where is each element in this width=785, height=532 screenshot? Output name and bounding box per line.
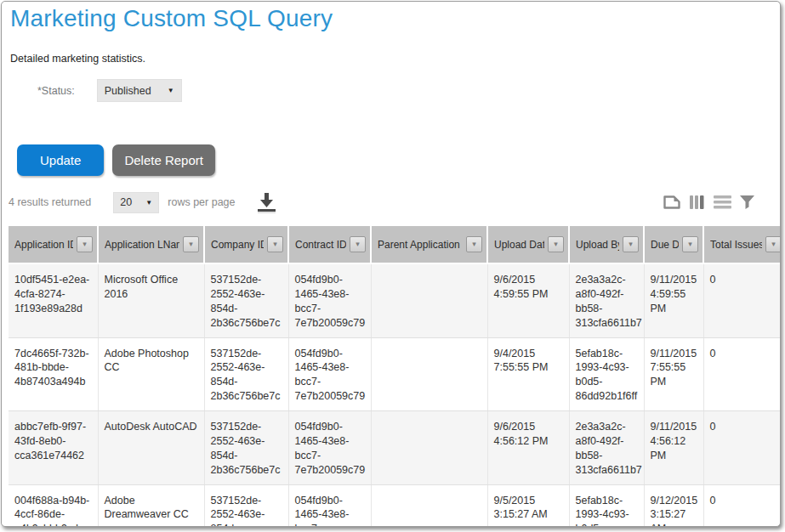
status-row: *Status: Published ▼ bbox=[37, 79, 780, 102]
cell-parent-application-id bbox=[371, 484, 487, 527]
column-header-company-id[interactable]: Company ID▾ bbox=[204, 226, 288, 263]
columns-icon[interactable] bbox=[690, 195, 705, 210]
grid-view-icons bbox=[663, 195, 754, 210]
results-count: 4 results returned bbox=[9, 196, 91, 208]
cell-application-id: 7dc4665f-732b-481b-bbde-4b87403a494b bbox=[9, 337, 98, 411]
table-row: abbc7efb-9f97-43fd-8eb0-cca361e74462 Aut… bbox=[9, 411, 781, 485]
page-title: Marketing Custom SQL Query bbox=[10, 5, 780, 32]
chevron-down-icon: ▾ bbox=[189, 240, 193, 248]
cell-application-id: 004f688a-b94b-4ccf-86de-e4b9cbbb9cde bbox=[9, 484, 98, 527]
chevron-down-icon: ▾ bbox=[688, 240, 692, 248]
cell-application-id: abbc7efb-9f97-43fd-8eb0-cca361e74462 bbox=[9, 411, 98, 485]
column-menu-button[interactable]: ▾ bbox=[183, 236, 199, 252]
table-row: 7dc4665f-732b-481b-bbde-4b87403a494b Ado… bbox=[9, 337, 781, 411]
cell-total-issues: 0 bbox=[703, 263, 781, 337]
cell-upload-date: 9/5/2015 3:15:27 AM bbox=[487, 484, 569, 527]
cell-upload-date: 9/4/2015 7:55:55 PM bbox=[487, 337, 569, 411]
header-row: Application ID▾ Application LName▾ Compa… bbox=[9, 226, 781, 263]
column-header-application-lname[interactable]: Application LName▾ bbox=[98, 226, 204, 263]
column-menu-button[interactable]: ▾ bbox=[765, 236, 781, 252]
cell-total-issues: 0 bbox=[703, 337, 781, 411]
chevron-down-icon: ▾ bbox=[273, 240, 277, 248]
cell-parent-application-id bbox=[371, 411, 487, 485]
cell-upload-date: 9/6/2015 4:59:55 PM bbox=[487, 263, 569, 337]
cell-application-lname: Microsoft Office 2016 bbox=[98, 263, 204, 337]
cell-due-date: 9/11/2015 7:55:55 PM bbox=[644, 337, 703, 411]
cell-company-id: 537152de-2552-463e-854d-2b36c756be7c bbox=[204, 337, 288, 411]
column-header-contract-id[interactable]: Contract ID▾ bbox=[288, 226, 371, 263]
report-window: Marketing Custom SQL Query Detailed mark… bbox=[1, 1, 781, 527]
cell-due-date: 9/11/2015 4:56:12 PM bbox=[644, 411, 703, 485]
cell-upload-by: 5efab18c-1993-4c93-b0d5-86dd92b1f6ff bbox=[569, 484, 644, 527]
column-menu-button[interactable]: ▾ bbox=[548, 236, 564, 252]
status-label: *Status: bbox=[37, 85, 75, 97]
chevron-down-icon: ▾ bbox=[472, 240, 476, 248]
chevron-down-icon: ▾ bbox=[82, 240, 87, 248]
cell-contract-id: 054fd9b0-1465-43e8-bcc7-7e7b20059c79 bbox=[288, 484, 371, 527]
cell-application-id: 10df5451-e2ea-4cfa-8274-1f193e89a28d bbox=[9, 263, 98, 337]
cell-due-date: 9/12/2015 3:15:27 AM bbox=[644, 484, 703, 527]
table-row: 10df5451-e2ea-4cfa-8274-1f193e89a28d Mic… bbox=[9, 263, 781, 337]
column-header-total-issues[interactable]: Total Issues▾ bbox=[703, 226, 781, 263]
page-size-value: 20 bbox=[120, 196, 132, 208]
cell-total-issues: 0 bbox=[703, 411, 781, 485]
table-row: 004f688a-b94b-4ccf-86de-e4b9cbbb9cde Ado… bbox=[9, 484, 781, 527]
page-subtitle: Detailed marketing statistics. bbox=[10, 53, 780, 65]
cell-application-lname: Adobe Dreamweaver CC bbox=[98, 484, 204, 527]
page-export-icon[interactable] bbox=[663, 195, 681, 210]
cell-upload-by: 2e3a3a2c-a8f0-492f-bb58-313cfa6611b7 bbox=[569, 263, 644, 337]
cell-due-date: 9/11/2015 4:59:55 PM bbox=[644, 263, 703, 337]
column-menu-button[interactable]: ▾ bbox=[267, 236, 283, 252]
column-menu-button[interactable]: ▾ bbox=[77, 236, 93, 252]
column-menu-button[interactable]: ▾ bbox=[682, 236, 698, 252]
cell-parent-application-id bbox=[371, 263, 487, 337]
cell-upload-by: 2e3a3a2c-a8f0-492f-bb58-313cfa6611b7 bbox=[569, 411, 644, 485]
column-header-due-date[interactable]: Due Date▾ bbox=[644, 226, 703, 263]
action-buttons: Update Delete Report bbox=[17, 144, 780, 176]
cell-upload-date: 9/6/2015 4:56:12 PM bbox=[487, 411, 569, 485]
cell-application-lname: AutoDesk AutoCAD bbox=[98, 411, 204, 485]
cell-company-id: 537152de-2552-463e-854d-2b36c756be7c bbox=[204, 411, 288, 485]
chevron-down-icon: ▾ bbox=[771, 240, 776, 248]
column-header-upload-date[interactable]: Upload Date▾ bbox=[487, 226, 569, 263]
column-menu-button[interactable]: ▾ bbox=[466, 236, 482, 252]
update-button[interactable]: Update bbox=[17, 144, 104, 176]
column-menu-button[interactable]: ▾ bbox=[623, 236, 639, 252]
delete-report-button[interactable]: Delete Report bbox=[112, 144, 215, 176]
status-select[interactable]: Published ▼ bbox=[97, 79, 182, 102]
filter-icon[interactable] bbox=[740, 195, 754, 209]
chevron-down-icon: ▾ bbox=[554, 240, 558, 248]
cell-total-issues: 0 bbox=[703, 484, 781, 527]
cell-contract-id: 054fd9b0-1465-43e8-bcc7-7e7b20059c79 bbox=[288, 263, 371, 337]
column-header-parent-application-id[interactable]: Parent Application ID▾ bbox=[371, 226, 487, 263]
column-header-application-id[interactable]: Application ID▾ bbox=[9, 226, 98, 263]
status-select-value: Published bbox=[105, 85, 151, 97]
rows-icon[interactable] bbox=[714, 195, 731, 209]
cell-parent-application-id bbox=[371, 337, 487, 411]
rows-per-page-label: rows per page bbox=[168, 196, 235, 208]
chevron-down-icon: ▼ bbox=[145, 199, 152, 207]
chevron-down-icon: ▾ bbox=[629, 240, 633, 248]
cell-company-id: 537152de-2552-463e-854d-2b36c756be7c bbox=[204, 263, 288, 337]
cell-contract-id: 054fd9b0-1465-43e8-bcc7-7e7b20059c79 bbox=[288, 337, 371, 411]
cell-contract-id: 054fd9b0-1465-43e8-bcc7-7e7b20059c79 bbox=[288, 411, 371, 485]
grid-toolbar: 4 results returned 20 ▼ rows per page bbox=[2, 190, 780, 214]
cell-application-lname: Adobe Photoshop CC bbox=[98, 337, 204, 411]
chevron-down-icon: ▾ bbox=[356, 240, 360, 248]
column-header-upload-by[interactable]: Upload By▾ bbox=[569, 226, 644, 263]
cell-company-id: 537152de-2552-463e-854d-2b36c756be7c bbox=[204, 484, 288, 527]
results-grid: Application ID▾ Application LName▾ Compa… bbox=[9, 226, 780, 527]
page-size-select[interactable]: 20 ▼ bbox=[113, 192, 159, 213]
column-menu-button[interactable]: ▾ bbox=[350, 236, 366, 252]
cell-upload-by: 5efab18c-1993-4c93-b0d5-86dd92b1f6ff bbox=[569, 337, 644, 411]
chevron-down-icon: ▼ bbox=[168, 87, 174, 94]
download-icon[interactable] bbox=[256, 191, 277, 213]
